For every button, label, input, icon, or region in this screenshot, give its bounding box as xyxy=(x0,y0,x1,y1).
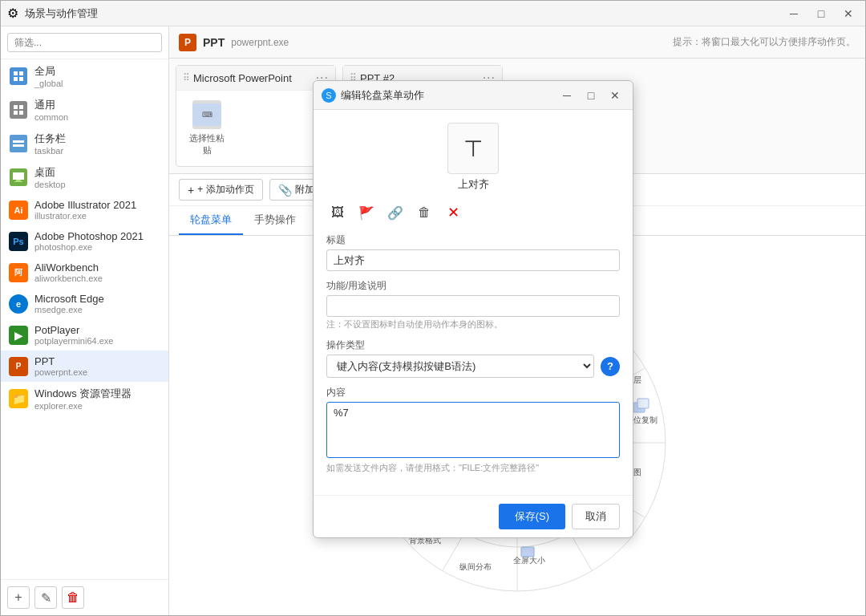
app-header-left: P PPT powerpnt.exe xyxy=(179,34,289,51)
dialog-minimize-button[interactable]: ─ xyxy=(557,87,577,103)
potplayer-name: PotPlayer xyxy=(34,324,113,336)
svg-rect-0 xyxy=(14,71,18,75)
taskbar-icon xyxy=(10,135,27,152)
taskbar-sub: taskbar xyxy=(34,146,66,156)
tab-gesture[interactable]: 手势操作 xyxy=(243,206,307,235)
icon-trash-button[interactable]: 🗑 xyxy=(413,201,435,224)
minimize-button[interactable]: ─ xyxy=(783,6,804,22)
label-input[interactable] xyxy=(326,249,620,271)
dialog-maximize-button[interactable]: □ xyxy=(581,87,601,103)
svg-rect-9 xyxy=(13,144,24,147)
app-hint: 提示：将窗口最大化可以方便排序动作页。 xyxy=(673,35,856,49)
app-header: P PPT powerpnt.exe 提示：将窗口最大化可以方便排序动作页。 xyxy=(169,26,865,59)
svg-rect-75 xyxy=(521,547,534,557)
sidebar-item-ppt[interactable]: P PPT powerpnt.exe xyxy=(1,351,168,382)
desc-input[interactable] xyxy=(326,295,620,317)
preview-icon: ⊤ xyxy=(447,123,499,174)
global-sub: _global xyxy=(34,79,63,88)
help-button[interactable]: ? xyxy=(601,357,620,376)
sidebar-item-desktop[interactable]: 桌面 desktop xyxy=(1,160,168,194)
action-item-paste[interactable]: ⌨ 选择性粘贴 xyxy=(183,97,231,160)
edit-dialog: S 编辑轮盘菜单动作 ─ □ ✕ ⊤ 上对齐 🖼 🚩 🔗 🗑 ✕ 标题 xyxy=(313,80,633,538)
aliworkbench-name: AliWorkbench xyxy=(34,261,103,274)
dialog-close-button[interactable]: ✕ xyxy=(605,87,625,103)
sidebar-item-global[interactable]: 全局 _global xyxy=(1,59,168,93)
edge-sub: msedge.exe xyxy=(34,305,104,314)
op-type-group: 操作类型 键入内容(支持模拟按键B语法) ? xyxy=(326,338,620,378)
sidebar-item-photoshop[interactable]: Ps Adobe Photoshop 2021 photoshop.exe xyxy=(1,225,168,257)
illustrator-sub: illustrator.exe xyxy=(34,211,136,221)
app-header-icon: P xyxy=(179,34,196,51)
sidebar-item-edge[interactable]: e Microsoft Edge msedge.exe xyxy=(1,288,168,319)
page1-title: ⠿ Microsoft PowerPoint xyxy=(183,72,292,84)
svg-rect-11 xyxy=(16,180,21,181)
content-textarea[interactable]: %7 xyxy=(326,402,620,458)
icon-delete-button[interactable]: ✕ xyxy=(442,201,464,224)
potplayer-sub: potplayermini64.exe xyxy=(34,336,113,346)
window-icon: ⚙ xyxy=(7,6,18,21)
file-hint: 如需发送文件内容，请使用格式："FILE:文件完整路径" xyxy=(326,462,620,474)
icon-image-button[interactable]: 🖼 xyxy=(326,201,349,224)
common-name: 通用 xyxy=(34,98,68,112)
sidebar-item-illustrator[interactable]: Ai Adobe Illustrator 2021 illustrator.ex… xyxy=(1,194,168,225)
ps-icon: Ps xyxy=(9,232,28,251)
photoshop-name: Adobe Photoshop 2021 xyxy=(34,230,144,242)
desktop-icon xyxy=(10,168,27,186)
delete-scene-button[interactable]: 🗑 xyxy=(62,586,84,609)
explorer-name: Windows 资源管理器 xyxy=(34,387,132,401)
svg-rect-72 xyxy=(637,399,649,408)
close-button[interactable]: ✕ xyxy=(838,6,859,22)
icon-hint: 注：不设置图标时自动使用动作本身的图标。 xyxy=(326,318,620,330)
explorer-sub: explorer.exe xyxy=(34,401,132,411)
add-scene-button[interactable]: + xyxy=(7,586,30,609)
cancel-button[interactable]: 取消 xyxy=(572,504,620,529)
dialog-title-icon: S xyxy=(322,88,336,103)
svg-rect-3 xyxy=(19,77,23,81)
app-name: PPT xyxy=(203,36,225,49)
add-page-button[interactable]: + + 添加动作页 xyxy=(179,179,263,201)
add-page-label: + 添加动作页 xyxy=(197,183,253,197)
icon-flag-button[interactable]: 🚩 xyxy=(355,201,378,224)
svg-rect-5 xyxy=(19,105,23,109)
add-icon: + xyxy=(188,184,194,197)
sidebar-item-common[interactable]: 通用 common xyxy=(1,93,168,127)
ppt-sub: powerpnt.exe xyxy=(34,367,87,377)
page1-drag-handle: ⠿ xyxy=(183,72,190,83)
sidebar-filter xyxy=(1,26,168,59)
tab-wheel[interactable]: 轮盘菜单 xyxy=(179,206,243,235)
sidebar-item-taskbar[interactable]: 任务栏 taskbar xyxy=(1,127,168,160)
label-group: 标题 xyxy=(326,233,620,271)
desktop-name: 桌面 xyxy=(34,165,66,180)
op-type-select[interactable]: 键入内容(支持模拟按键B语法) xyxy=(326,355,594,378)
dialog-footer: 保存(S) 取消 xyxy=(314,495,633,537)
svg-text:全屏大小: 全屏大小 xyxy=(513,556,545,565)
global-name: 全局 xyxy=(34,64,63,79)
sidebar-item-aliworkbench[interactable]: 阿 AliWorkbench aliworkbench.exe xyxy=(1,257,168,288)
edit-scene-button[interactable]: ✎ xyxy=(34,586,57,609)
sidebar-item-potplayer[interactable]: ▶ PotPlayer potplayermini64.exe xyxy=(1,319,168,351)
content-group: 内容 %7 如需发送文件内容，请使用格式："FILE:文件完整路径" xyxy=(326,386,620,474)
dialog-body: ⊤ 上对齐 🖼 🚩 🔗 🗑 ✕ 标题 功能/用途说明 注：不设置图标时自动使用动… xyxy=(314,110,633,495)
save-button[interactable]: 保存(S) xyxy=(499,504,565,529)
title-bar-left: ⚙ 场景与动作管理 xyxy=(7,6,98,21)
photoshop-sub: photoshop.exe xyxy=(34,242,144,252)
dialog-title-bar: S 编辑轮盘菜单动作 ─ □ ✕ xyxy=(314,81,633,110)
svg-rect-2 xyxy=(14,77,18,81)
op-type-label: 操作类型 xyxy=(326,338,620,352)
taskbar-name: 任务栏 xyxy=(34,132,66,146)
svg-rect-8 xyxy=(13,140,24,143)
svg-rect-1 xyxy=(19,71,23,75)
common-sub: common xyxy=(34,112,68,122)
desc-field-label: 功能/用途说明 xyxy=(326,279,620,293)
attach-icon: 📎 xyxy=(278,184,292,197)
title-bar: ⚙ 场景与动作管理 ─ □ ✕ xyxy=(1,1,865,26)
edge-name: Microsoft Edge xyxy=(34,293,104,305)
page1-title-text: Microsoft PowerPoint xyxy=(193,72,292,84)
icon-link-button[interactable]: 🔗 xyxy=(384,201,407,224)
dialog-title: 编辑轮盘菜单动作 xyxy=(341,88,424,103)
preview-label: 上对齐 xyxy=(458,177,489,192)
sidebar-item-explorer[interactable]: 📁 Windows 资源管理器 explorer.exe xyxy=(1,382,168,415)
content-label: 内容 xyxy=(326,386,620,399)
maximize-button[interactable]: □ xyxy=(811,6,832,22)
filter-input[interactable] xyxy=(7,33,162,52)
